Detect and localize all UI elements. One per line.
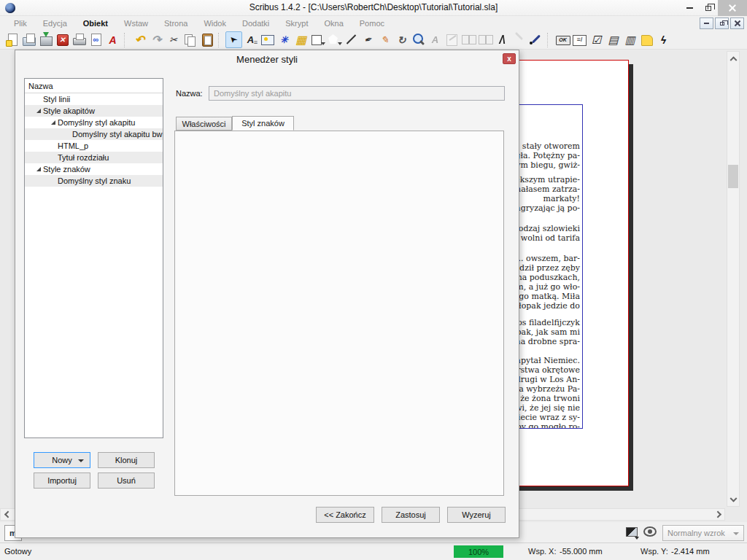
save-document-icon[interactable] xyxy=(37,31,54,48)
tree-item-style-znakow[interactable]: Style znaków xyxy=(25,163,163,175)
insert-render-frame-icon[interactable]: ✳ xyxy=(276,31,293,48)
edit-story-editor-icon[interactable] xyxy=(444,31,460,48)
tree-item-style-akapitow[interactable]: Style akapitów xyxy=(25,105,163,117)
insert-table-icon[interactable]: ▦ xyxy=(293,31,309,48)
restore-icon xyxy=(705,6,711,11)
measurements-icon[interactable]: Λ xyxy=(494,31,511,48)
tree-item-domyslny-styl-akapitu-bw[interactable]: Domyślny styl akapitu bw xyxy=(25,128,163,140)
expander-icon[interactable] xyxy=(51,120,55,125)
delete-style-button[interactable]: Usuń xyxy=(98,472,155,489)
link-text-frames-icon[interactable] xyxy=(460,31,477,48)
open-document-icon[interactable] xyxy=(20,31,37,48)
clone-style-button[interactable]: Klonuj xyxy=(98,452,155,468)
chevron-up-icon xyxy=(729,56,737,63)
scroll-up-button[interactable] xyxy=(727,52,739,63)
document-text-line: wym biegu, gwiż- xyxy=(509,160,580,170)
restore-button[interactable] xyxy=(699,0,718,16)
import-style-button[interactable]: Importuj xyxy=(34,472,90,489)
pdf-push-button-icon[interactable]: OK xyxy=(554,31,571,48)
menu-wstaw[interactable]: Wstaw xyxy=(116,18,156,29)
paste-icon[interactable] xyxy=(198,31,215,48)
vertical-scroll-thumb[interactable] xyxy=(728,165,738,188)
scroll-left-button[interactable] xyxy=(1,509,12,520)
menu-skrypt[interactable]: Skrypt xyxy=(277,18,316,29)
redo-icon[interactable]: ↷ xyxy=(148,31,165,48)
reset-button[interactable]: Wyzeruj xyxy=(447,507,506,523)
print-document-icon[interactable] xyxy=(71,31,88,48)
scroll-down-button[interactable] xyxy=(727,494,739,506)
unlink-text-frames-icon[interactable] xyxy=(477,31,494,48)
pdf-combo-box-icon[interactable]: ▤ xyxy=(605,31,622,48)
eye-dropper-icon[interactable] xyxy=(527,31,544,48)
preview-mode-eye-icon[interactable] xyxy=(643,526,657,537)
pdf-link-annotation-icon[interactable]: ϟ xyxy=(655,31,672,48)
preview-quality-icon[interactable] xyxy=(626,527,638,537)
insert-line-icon[interactable] xyxy=(343,31,360,48)
expander-icon[interactable] xyxy=(36,167,41,171)
window-title: Scribus 1.4.2 - [C:\Users\RobertCh\Deskt… xyxy=(0,2,747,12)
menu-widok[interactable]: Widok xyxy=(196,18,234,29)
menu-strona[interactable]: Strona xyxy=(156,18,196,29)
insert-shape-icon[interactable] xyxy=(309,31,326,48)
menu-obiekt[interactable]: Obiekt xyxy=(75,18,116,29)
copy-icon[interactable] xyxy=(182,31,198,48)
done-button[interactable]: << Zakończ xyxy=(316,507,374,523)
zoom-icon[interactable] xyxy=(410,31,427,48)
export-pdf-icon[interactable]: A xyxy=(104,31,121,48)
tab-styl-znakow[interactable]: Styl znaków xyxy=(232,116,294,131)
document-text-line: zapytał Niemiec. xyxy=(512,356,580,365)
pdf-checkbox-icon[interactable]: ☑ xyxy=(588,31,605,48)
scroll-right-button[interactable] xyxy=(713,509,724,520)
tab-wlasciwosci[interactable]: Właściwości xyxy=(176,117,232,131)
menu-okna[interactable]: Okna xyxy=(316,18,351,29)
menu-dodatki[interactable]: Dodatki xyxy=(234,18,277,29)
close-document-icon[interactable]: ✕ xyxy=(54,31,71,48)
mdi-minimize-icon xyxy=(704,23,709,24)
menu-edycja[interactable]: Edycja xyxy=(35,18,75,29)
tree-item-styl-linii[interactable]: Styl linii xyxy=(25,93,163,105)
coord-y-label: Wsp. Y: xyxy=(640,547,668,556)
cut-icon[interactable]: ✂ xyxy=(165,31,182,48)
menu-pomoc[interactable]: Pomoc xyxy=(352,18,392,29)
new-document-icon[interactable] xyxy=(4,31,20,48)
tree-item-domyslny-styl-znaku[interactable]: Domyślny styl znaku xyxy=(25,175,163,187)
menu-plik[interactable]: Plik xyxy=(6,18,35,29)
mdi-minimize-button[interactable] xyxy=(700,18,713,29)
minimize-button[interactable] xyxy=(680,0,699,16)
rotate-item-icon[interactable]: ↻ xyxy=(393,31,410,48)
close-button[interactable] xyxy=(718,0,747,16)
edit-contents-icon[interactable]: A xyxy=(427,31,444,48)
mdi-close-button[interactable] xyxy=(730,18,744,29)
mdi-restore-button[interactable] xyxy=(715,18,729,29)
vertical-scrollbar[interactable] xyxy=(727,51,740,507)
insert-text-frame-icon[interactable]: A xyxy=(242,31,259,48)
preflight-verifier-icon[interactable]: ∞ xyxy=(88,31,104,48)
insert-freehand-line-icon[interactable]: ✎ xyxy=(376,31,393,48)
document-text-line: chłopak jedzie do xyxy=(509,301,580,311)
tree-header: Nazwa xyxy=(25,79,163,93)
menu-bar: Plik Edycja Obiekt Wstaw Strona Widok Do… xyxy=(0,16,747,31)
view-mode-select[interactable]: Normalny wzrok xyxy=(662,525,744,541)
chevron-down-icon xyxy=(733,532,739,535)
expander-icon[interactable] xyxy=(36,109,41,113)
tree-item-tytul-rozdzialu[interactable]: Tytuł rozdziału xyxy=(25,152,163,163)
pdf-text-field-icon[interactable]: ≡I xyxy=(571,31,588,48)
progress-bar: 100% xyxy=(454,545,503,558)
toolbar-separator xyxy=(124,33,129,47)
apply-button[interactable]: Zastosuj xyxy=(382,507,440,523)
copy-item-properties-icon[interactable] xyxy=(511,31,527,48)
dialog-close-button[interactable]: x xyxy=(503,53,516,64)
name-input[interactable]: Domyślny styl akapitu xyxy=(209,86,505,101)
pdf-text-annotation-icon[interactable] xyxy=(638,31,655,48)
insert-polygon-icon[interactable] xyxy=(326,31,343,48)
pdf-list-box-icon[interactable]: ▥ xyxy=(622,31,638,48)
undo-icon[interactable]: ↶ xyxy=(131,31,148,48)
select-item-icon[interactable]: ➤ xyxy=(225,31,242,48)
mdi-restore-icon xyxy=(720,22,724,26)
character-style-tab-panel xyxy=(174,131,504,496)
tree-item-domyslny-styl-akapitu[interactable]: Domyślny styl akapitu xyxy=(25,117,163,128)
insert-bezier-curve-icon[interactable]: ✒ xyxy=(360,31,376,48)
new-style-button[interactable]: Nowy xyxy=(34,452,90,468)
insert-image-frame-icon[interactable] xyxy=(259,31,276,48)
tree-item-html-p[interactable]: HTML_p xyxy=(25,140,163,152)
